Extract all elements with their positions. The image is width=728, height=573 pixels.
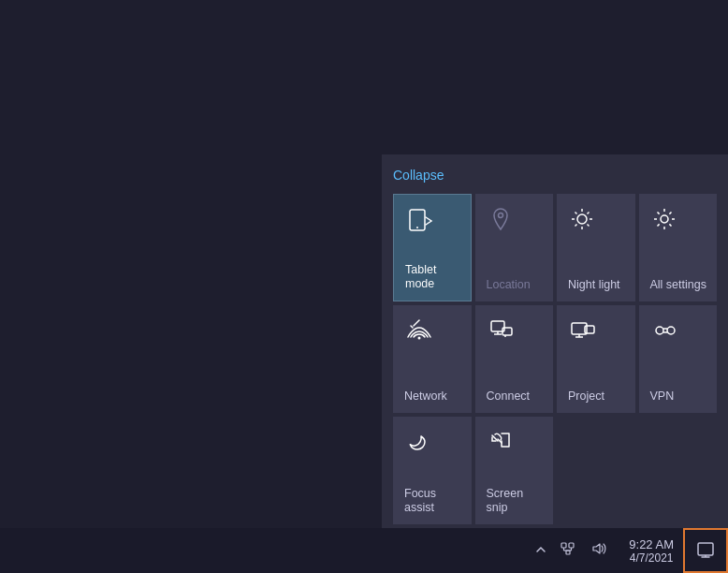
clock-date: 4/7/2021 — [630, 551, 674, 565]
tile-all-settings[interactable]: All settings — [639, 194, 718, 301]
svg-line-9 — [588, 225, 590, 227]
tile-network-label: Network — [404, 389, 447, 404]
tile-vpn[interactable]: VPN — [639, 305, 718, 413]
svg-line-8 — [575, 213, 577, 214]
location-icon — [488, 207, 513, 237]
tile-connect[interactable]: Connect — [475, 305, 554, 413]
svg-point-2 — [498, 213, 502, 218]
empty-tile-2 — [639, 417, 718, 524]
tile-focus-assist-label: Focus assist — [404, 487, 462, 515]
tile-connect-label: Connect — [487, 389, 531, 404]
svg-rect-28 — [561, 543, 566, 548]
connect-icon — [488, 318, 515, 346]
svg-point-12 — [661, 215, 668, 223]
screen-snip-icon — [488, 430, 515, 458]
svg-point-1 — [416, 227, 418, 228]
tile-tablet-mode[interactable]: Tablet mode — [393, 194, 472, 301]
tile-screen-snip-label: Screen snip — [487, 487, 545, 515]
action-center-button[interactable] — [683, 528, 728, 573]
tile-night-light[interactable]: Night light — [557, 194, 635, 301]
svg-line-11 — [575, 225, 577, 227]
collapse-button[interactable]: Collapse — [393, 166, 717, 184]
taskbar-right: 9:22 AM 4/7/2021 — [522, 528, 728, 573]
svg-point-24 — [667, 327, 675, 334]
network-status-icon[interactable] — [556, 538, 580, 563]
tile-project-label: Project — [568, 389, 604, 404]
tile-vpn-label: VPN — [650, 389, 675, 404]
svg-point-23 — [656, 327, 663, 334]
svg-line-10 — [588, 213, 590, 214]
svg-point-3 — [577, 214, 587, 224]
tile-project[interactable]: Project — [557, 305, 635, 413]
svg-rect-29 — [569, 543, 574, 548]
clock-time: 9:22 AM — [629, 537, 674, 551]
tile-night-light-label: Night light — [568, 278, 620, 292]
action-center: Collapse Tablet mode Location — [382, 154, 728, 528]
tile-all-settings-label: All settings — [650, 278, 706, 292]
svg-rect-33 — [566, 551, 570, 554]
tile-focus-assist[interactable]: Focus assist — [393, 417, 472, 524]
tiles-row1: Tablet mode Location — [393, 194, 717, 301]
svg-point-13 — [418, 337, 421, 340]
focus-assist-icon — [406, 430, 430, 458]
network-icon — [406, 318, 432, 346]
taskbar: 9:22 AM 4/7/2021 — [0, 528, 728, 573]
night-light-icon — [570, 207, 594, 235]
clock[interactable]: 9:22 AM 4/7/2021 — [619, 528, 683, 573]
tiles-row3: Focus assist Screen snip — [393, 417, 717, 524]
volume-icon[interactable] — [586, 538, 610, 563]
vpn-icon — [652, 318, 678, 346]
tablet-mode-icon — [407, 208, 433, 238]
chevron-icon[interactable] — [531, 540, 550, 561]
all-settings-icon — [652, 207, 677, 235]
tile-screen-snip[interactable]: Screen snip — [475, 417, 554, 524]
tile-tablet-mode-label: Tablet mode — [405, 263, 461, 291]
project-icon — [570, 318, 596, 346]
tile-location-label: Location — [487, 278, 531, 292]
taskbar-system-icons — [522, 538, 619, 563]
tiles-row2: Network Connect — [393, 305, 717, 413]
tile-location[interactable]: Location — [475, 194, 554, 301]
svg-rect-34 — [698, 543, 713, 555]
tile-network[interactable]: Network — [393, 305, 472, 413]
empty-tile-1 — [557, 417, 635, 524]
